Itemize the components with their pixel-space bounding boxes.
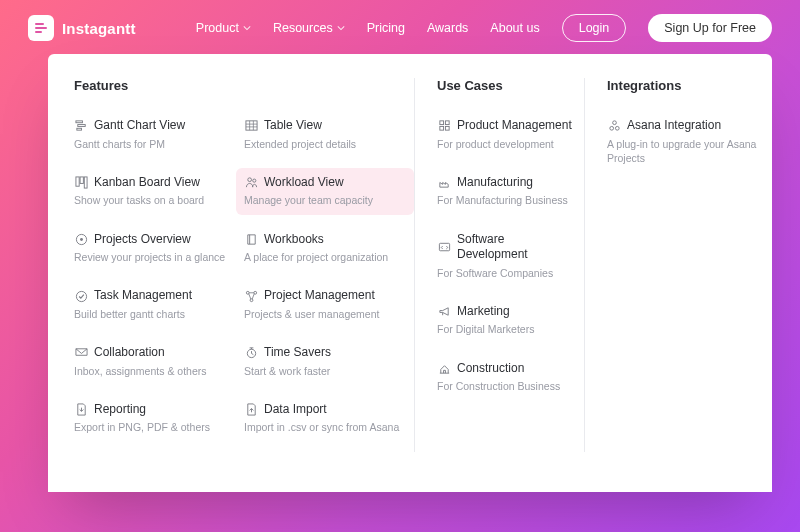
item-title: Task Management [94, 288, 192, 304]
svg-point-17 [250, 298, 253, 301]
svg-point-25 [609, 127, 613, 131]
chevron-down-icon [243, 24, 251, 32]
svg-rect-20 [445, 121, 449, 125]
svg-rect-0 [35, 23, 44, 25]
login-button[interactable]: Login [562, 14, 627, 42]
software-dev-icon [437, 240, 451, 254]
kanban-icon [74, 176, 88, 190]
nav-pricing[interactable]: Pricing [367, 21, 405, 35]
collaboration-icon [74, 346, 88, 360]
item-title: Product Management [457, 118, 572, 134]
usecases-col: Use Cases Product Management For product… [414, 78, 584, 452]
menu-item-software-development[interactable]: Software Development For Software Compan… [437, 225, 584, 287]
features-col-2: Table View Extended project details Work… [244, 78, 414, 452]
item-desc: For Digital Marketers [437, 322, 574, 336]
menu-item-task-management[interactable]: Task Management Build better gantt chart… [74, 281, 244, 328]
menu-item-collaboration[interactable]: Collaboration Inbox, assignments & other… [74, 338, 244, 385]
workbooks-icon [244, 232, 258, 246]
menu-item-gantt-chart-view[interactable]: Gantt Chart View Gantt charts for PM [74, 111, 244, 158]
chevron-down-icon [337, 24, 345, 32]
brand[interactable]: Instagantt [28, 15, 136, 41]
item-title: Workload View [264, 175, 344, 191]
brand-logo-icon [28, 15, 54, 41]
item-title: Gantt Chart View [94, 118, 185, 134]
item-title: Manufacturing [457, 175, 533, 191]
item-desc: A place for project organization [244, 250, 404, 264]
item-title: Projects Overview [94, 232, 191, 248]
mega-menu: Features Gantt Chart View Gantt charts f… [48, 54, 772, 492]
table-icon [244, 119, 258, 133]
project-mgmt-icon [244, 289, 258, 303]
nav-label: About us [490, 21, 539, 35]
item-title: Data Import [264, 402, 327, 418]
data-import-icon [244, 403, 258, 417]
menu-item-time-savers[interactable]: Time Savers Start & work faster [244, 338, 414, 385]
svg-rect-2 [35, 31, 42, 33]
menu-item-asana-integration[interactable]: Asana Integration A plug-in to upgrade y… [607, 111, 774, 172]
marketing-icon [437, 305, 451, 319]
item-desc: For Manufacturing Business [437, 193, 574, 207]
svg-rect-4 [77, 125, 84, 127]
svg-rect-21 [439, 127, 443, 131]
svg-rect-12 [245, 121, 256, 130]
integrations-col: Integrations Asana Integration A plug-in… [584, 78, 774, 452]
item-desc: Extended project details [244, 137, 404, 151]
menu-item-kanban-board-view[interactable]: Kanban Board View Show your tasks on a b… [74, 168, 244, 215]
item-title: Workbooks [264, 232, 324, 248]
nav-resources[interactable]: Resources [273, 21, 345, 35]
main-nav: Product Resources Pricing Awards About u… [196, 14, 772, 42]
gantt-icon [74, 119, 88, 133]
manufacturing-icon [437, 176, 451, 190]
construction-icon [437, 361, 451, 375]
svg-point-26 [615, 127, 619, 131]
nav-awards[interactable]: Awards [427, 21, 468, 35]
menu-item-manufacturing[interactable]: Manufacturing For Manufacturing Business [437, 168, 584, 215]
svg-point-13 [247, 178, 251, 182]
asana-icon [607, 119, 621, 133]
menu-item-workbooks[interactable]: Workbooks A place for project organizati… [244, 225, 414, 272]
svg-rect-5 [76, 129, 81, 131]
task-icon [74, 289, 88, 303]
item-desc: Gantt charts for PM [74, 137, 234, 151]
item-title: Asana Integration [627, 118, 721, 134]
menu-item-product-management[interactable]: Product Management For product developme… [437, 111, 584, 158]
item-title: Table View [264, 118, 322, 134]
features-header: Features [74, 78, 244, 93]
menu-item-marketing[interactable]: Marketing For Digital Marketers [437, 297, 584, 344]
item-title: Construction [457, 361, 524, 377]
menu-item-data-import[interactable]: Data Import Import in .csv or sync from … [244, 395, 414, 442]
item-title: Time Savers [264, 345, 331, 361]
item-desc: Manage your team capacity [244, 193, 402, 207]
menu-item-table-view[interactable]: Table View Extended project details [244, 111, 414, 158]
nav-about[interactable]: About us [490, 21, 539, 35]
nav-label: Pricing [367, 21, 405, 35]
item-desc: Review your projects in a glance [74, 250, 234, 264]
item-desc: Start & work faster [244, 364, 404, 378]
item-desc: Inbox, assignments & others [74, 364, 234, 378]
item-desc: For Construction Business [437, 379, 574, 393]
svg-point-14 [252, 179, 255, 182]
svg-rect-1 [35, 27, 47, 29]
item-title: Kanban Board View [94, 175, 200, 191]
nav-product[interactable]: Product [196, 21, 251, 35]
product-mgmt-icon [437, 119, 451, 133]
usecases-header: Use Cases [437, 78, 584, 93]
features-header-spacer [244, 78, 414, 93]
item-desc: Projects & user management [244, 307, 404, 321]
item-desc: Export in PNG, PDF & others [74, 420, 234, 434]
svg-rect-19 [439, 121, 443, 125]
svg-rect-7 [80, 177, 83, 184]
menu-item-projects-overview[interactable]: Projects Overview Review your projects i… [74, 225, 244, 272]
menu-item-construction[interactable]: Construction For Construction Business [437, 354, 584, 401]
svg-point-10 [80, 238, 83, 241]
item-title: Marketing [457, 304, 510, 320]
overview-icon [74, 232, 88, 246]
menu-item-workload-view[interactable]: Workload View Manage your team capacity [236, 168, 414, 215]
features-col-1: Features Gantt Chart View Gantt charts f… [74, 78, 244, 452]
svg-rect-6 [75, 177, 78, 186]
menu-item-project-management[interactable]: Project Management Projects & user manag… [244, 281, 414, 328]
menu-item-reporting[interactable]: Reporting Export in PNG, PDF & others [74, 395, 244, 442]
svg-rect-3 [75, 121, 82, 123]
nav-label: Awards [427, 21, 468, 35]
signup-button[interactable]: Sign Up for Free [648, 14, 772, 42]
